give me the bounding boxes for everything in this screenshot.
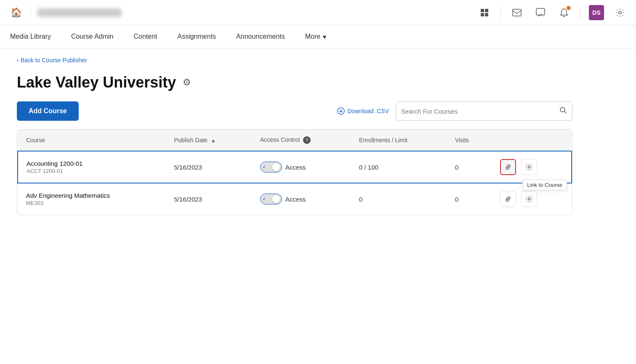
page-title: Lake Valley University xyxy=(17,74,176,91)
top-bar-left: 🏠 xyxy=(8,5,122,20)
mail-icon[interactable] xyxy=(509,5,524,20)
top-bar-right: DS xyxy=(477,5,628,20)
download-csv-link[interactable]: Download .CSV xyxy=(337,107,389,115)
toggle-container: ✓ Access xyxy=(260,162,342,173)
nav-more[interactable]: More ▾ xyxy=(303,25,328,48)
toggle-check-icon: ✓ xyxy=(262,196,266,202)
svg-rect-0 xyxy=(481,9,484,12)
home-icon[interactable]: 🏠 xyxy=(8,5,24,20)
search-icon-btn[interactable] xyxy=(559,106,567,116)
enrollments-cell: 0 xyxy=(351,183,447,215)
notification-dot xyxy=(567,6,571,10)
divider xyxy=(30,6,31,19)
col-actions xyxy=(492,130,572,151)
action-row: Add Course Download .CSV xyxy=(17,101,572,121)
page-settings-icon[interactable]: ⚙ xyxy=(183,77,191,88)
table-header: Course Publish Date ▲ Access Control ? E… xyxy=(18,130,572,151)
nav-media-library[interactable]: Media Library xyxy=(8,25,53,48)
svg-point-8 xyxy=(560,107,565,112)
toggle-check-icon: ✓ xyxy=(262,164,266,170)
link-to-course-button[interactable] xyxy=(500,191,516,207)
toggle-container: ✓ Access xyxy=(260,194,342,205)
back-link[interactable]: ‹ Back to Course Publisher xyxy=(17,57,572,64)
course-code: ACCT 1200-01 xyxy=(27,168,157,174)
link-to-course-tooltip: Link to Course xyxy=(522,180,567,190)
svg-rect-5 xyxy=(536,8,545,15)
add-course-button[interactable]: Add Course xyxy=(17,101,79,121)
col-visits: Visits xyxy=(447,130,492,151)
visits-cell: 0 xyxy=(447,151,492,183)
course-name: Adv Engineering Mathematics xyxy=(26,192,157,199)
col-course: Course xyxy=(18,130,165,151)
chat-icon[interactable] xyxy=(533,5,548,20)
action-buttons: Link to Course xyxy=(500,159,563,175)
download-icon xyxy=(337,107,345,115)
grid-icon[interactable] xyxy=(477,5,492,20)
actions-cell: Link to Course xyxy=(492,151,572,183)
nav-announcements[interactable]: Announcements xyxy=(234,25,287,48)
top-bar: 🏠 xyxy=(0,0,636,25)
col-access-control: Access Control ? xyxy=(252,130,351,151)
svg-point-9 xyxy=(528,166,530,168)
help-icon[interactable]: ? xyxy=(303,136,311,144)
back-arrow-icon: ‹ xyxy=(17,57,19,64)
access-toggle[interactable]: ✓ xyxy=(260,194,282,205)
action-buttons xyxy=(500,191,563,207)
nav-content[interactable]: Content xyxy=(132,25,159,48)
chevron-down-icon: ▾ xyxy=(323,33,326,41)
col-publish-date[interactable]: Publish Date ▲ xyxy=(165,130,251,151)
link-to-course-button[interactable] xyxy=(500,159,516,175)
access-label: Access xyxy=(285,164,306,171)
settings-icon[interactable] xyxy=(612,5,628,20)
toggle-thumb xyxy=(272,195,280,203)
bell-icon[interactable] xyxy=(556,5,572,20)
table-row: Accounting 1200-01 ACCT 1200-01 5/16/202… xyxy=(18,151,572,183)
nav-assignments[interactable]: Assignments xyxy=(176,25,218,48)
course-name: Accounting 1200-01 xyxy=(27,160,157,167)
action-row-right: Download .CSV xyxy=(337,101,572,121)
svg-rect-2 xyxy=(481,13,484,16)
divider-2 xyxy=(500,6,501,19)
user-avatar[interactable]: DS xyxy=(589,5,604,20)
svg-point-10 xyxy=(528,198,530,200)
publish-date-cell: 5/16/2023 xyxy=(165,183,251,215)
main-content: ‹ Back to Course Publisher Lake Valley U… xyxy=(0,48,589,223)
courses-table: Course Publish Date ▲ Access Control ? E… xyxy=(17,129,572,215)
access-control-cell: ✓ Access xyxy=(252,151,351,183)
sort-arrow-icon: ▲ xyxy=(211,138,216,143)
publish-date-cell: 5/16/2023 xyxy=(165,151,251,183)
search-box xyxy=(396,101,572,121)
nav-course-admin[interactable]: Course Admin xyxy=(69,25,115,48)
search-input[interactable] xyxy=(401,108,559,115)
app-name-blurred xyxy=(37,8,122,17)
access-control-cell: ✓ Access xyxy=(252,183,351,215)
col-enrollments: Enrollments / Limit xyxy=(351,130,447,151)
svg-rect-3 xyxy=(485,13,488,16)
svg-point-6 xyxy=(619,11,621,14)
svg-rect-4 xyxy=(513,9,521,16)
visits-cell: 0 xyxy=(447,183,492,215)
course-code: ME303 xyxy=(26,200,157,206)
table-row: Adv Engineering Mathematics ME303 5/16/2… xyxy=(18,183,572,215)
course-cell: Adv Engineering Mathematics ME303 xyxy=(18,183,165,215)
enrollments-cell: 0 / 100 xyxy=(351,151,447,183)
nav-bar: Media Library Course Admin Content Assig… xyxy=(0,25,636,48)
toggle-thumb xyxy=(272,163,280,171)
page-title-row: Lake Valley University ⚙ xyxy=(17,74,572,91)
access-toggle[interactable]: ✓ xyxy=(260,162,282,173)
course-settings-button[interactable] xyxy=(521,191,537,207)
svg-rect-1 xyxy=(485,9,488,12)
access-label: Access xyxy=(285,196,306,203)
course-cell: Accounting 1200-01 ACCT 1200-01 xyxy=(18,151,165,183)
divider-3 xyxy=(580,6,580,19)
course-settings-button[interactable] xyxy=(521,159,537,175)
